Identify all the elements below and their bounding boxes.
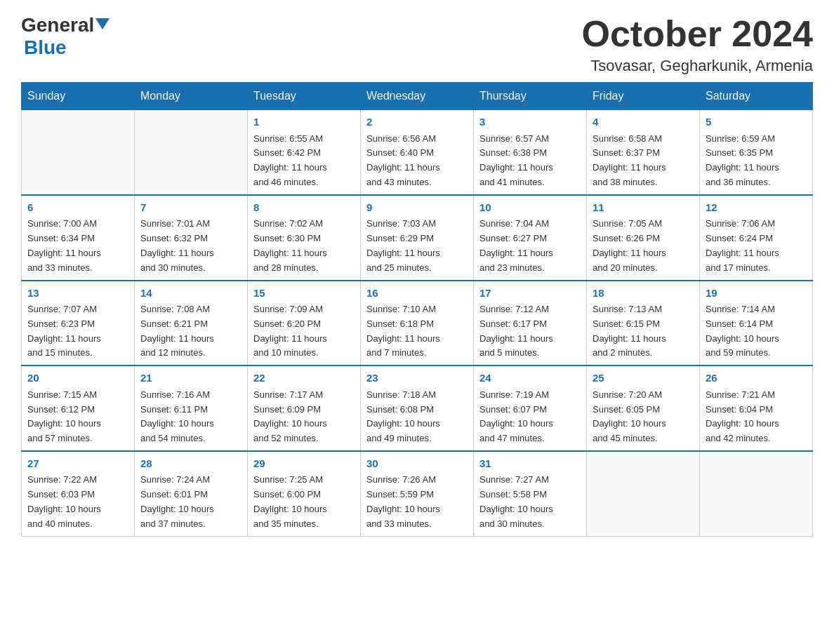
day-number: 11 — [593, 200, 694, 216]
day-info: Sunrise: 7:20 AMSunset: 6:05 PMDaylight:… — [593, 388, 694, 446]
calendar-cell: 30Sunrise: 7:26 AMSunset: 5:59 PMDayligh… — [361, 451, 474, 536]
day-number: 28 — [140, 456, 241, 472]
day-info: Sunrise: 6:55 AMSunset: 6:42 PMDaylight:… — [253, 132, 355, 190]
day-info: Sunrise: 7:17 AMSunset: 6:09 PMDaylight:… — [253, 388, 355, 446]
day-number: 10 — [479, 200, 581, 216]
day-number: 19 — [706, 286, 807, 302]
day-info: Sunrise: 7:08 AMSunset: 6:21 PMDaylight:… — [140, 302, 241, 361]
weekday-header-row: SundayMondayTuesdayWednesdayThursdayFrid… — [22, 83, 813, 110]
day-number: 24 — [479, 370, 581, 387]
week-row-4: 20Sunrise: 7:15 AMSunset: 6:12 PMDayligh… — [22, 365, 813, 451]
day-info: Sunrise: 7:04 AMSunset: 6:27 PMDaylight:… — [479, 217, 581, 275]
calendar-cell: 2Sunrise: 6:56 AMSunset: 6:40 PMDaylight… — [361, 110, 474, 195]
location-title: Tsovasar, Gegharkunik, Armenia — [582, 57, 814, 75]
calendar-cell: 10Sunrise: 7:04 AMSunset: 6:27 PMDayligh… — [474, 195, 587, 281]
calendar-cell: 28Sunrise: 7:24 AMSunset: 6:01 PMDayligh… — [135, 451, 248, 536]
day-info: Sunrise: 7:06 AMSunset: 6:24 PMDaylight:… — [706, 217, 807, 275]
calendar-cell: 20Sunrise: 7:15 AMSunset: 6:12 PMDayligh… — [22, 365, 135, 451]
day-number: 29 — [253, 456, 355, 472]
week-row-3: 13Sunrise: 7:07 AMSunset: 6:23 PMDayligh… — [22, 281, 813, 366]
day-info: Sunrise: 6:58 AMSunset: 6:37 PMDaylight:… — [593, 132, 694, 190]
day-number: 22 — [253, 370, 355, 387]
weekday-header-sunday: Sunday — [22, 83, 135, 110]
calendar-cell: 17Sunrise: 7:12 AMSunset: 6:17 PMDayligh… — [474, 281, 587, 366]
day-info: Sunrise: 7:05 AMSunset: 6:26 PMDaylight:… — [593, 217, 694, 275]
calendar-cell: 12Sunrise: 7:06 AMSunset: 6:24 PMDayligh… — [700, 195, 813, 281]
calendar-cell: 4Sunrise: 6:58 AMSunset: 6:37 PMDaylight… — [587, 110, 700, 195]
weekday-header-saturday: Saturday — [700, 83, 813, 110]
day-number: 26 — [706, 370, 807, 387]
day-number: 6 — [27, 200, 128, 216]
calendar-cell: 6Sunrise: 7:00 AMSunset: 6:34 PMDaylight… — [22, 195, 135, 281]
calendar-cell: 24Sunrise: 7:19 AMSunset: 6:07 PMDayligh… — [474, 365, 587, 451]
calendar-cell: 31Sunrise: 7:27 AMSunset: 5:58 PMDayligh… — [474, 451, 587, 536]
weekday-header-monday: Monday — [135, 83, 248, 110]
day-info: Sunrise: 7:16 AMSunset: 6:11 PMDaylight:… — [140, 388, 241, 446]
day-number: 7 — [140, 200, 241, 216]
day-info: Sunrise: 7:27 AMSunset: 5:58 PMDaylight:… — [479, 473, 581, 531]
day-number: 12 — [706, 200, 807, 216]
calendar-cell: 1Sunrise: 6:55 AMSunset: 6:42 PMDaylight… — [248, 110, 361, 195]
calendar-table: SundayMondayTuesdayWednesdayThursdayFrid… — [21, 82, 813, 536]
calendar-cell — [700, 451, 813, 536]
day-info: Sunrise: 7:01 AMSunset: 6:32 PMDaylight:… — [140, 217, 241, 275]
weekday-header-tuesday: Tuesday — [248, 83, 361, 110]
weekday-header-thursday: Thursday — [474, 83, 587, 110]
title-area: October 2024 Tsovasar, Gegharkunik, Arme… — [582, 14, 814, 75]
day-info: Sunrise: 7:07 AMSunset: 6:23 PMDaylight:… — [27, 302, 128, 361]
day-info: Sunrise: 7:25 AMSunset: 6:00 PMDaylight:… — [253, 473, 355, 531]
calendar-cell: 3Sunrise: 6:57 AMSunset: 6:38 PMDaylight… — [474, 110, 587, 195]
calendar-cell: 18Sunrise: 7:13 AMSunset: 6:15 PMDayligh… — [587, 281, 700, 366]
calendar-cell: 5Sunrise: 6:59 AMSunset: 6:35 PMDaylight… — [700, 110, 813, 195]
day-info: Sunrise: 6:59 AMSunset: 6:35 PMDaylight:… — [706, 132, 807, 190]
calendar-cell: 25Sunrise: 7:20 AMSunset: 6:05 PMDayligh… — [587, 365, 700, 451]
day-number: 13 — [27, 286, 128, 302]
calendar-cell: 16Sunrise: 7:10 AMSunset: 6:18 PMDayligh… — [361, 281, 474, 366]
calendar-cell — [22, 110, 135, 195]
calendar-cell: 11Sunrise: 7:05 AMSunset: 6:26 PMDayligh… — [587, 195, 700, 281]
calendar-cell: 22Sunrise: 7:17 AMSunset: 6:09 PMDayligh… — [248, 365, 361, 451]
day-info: Sunrise: 7:12 AMSunset: 6:17 PMDaylight:… — [479, 302, 581, 361]
logo: General Blue — [21, 14, 110, 59]
week-row-5: 27Sunrise: 7:22 AMSunset: 6:03 PMDayligh… — [22, 451, 813, 536]
day-number: 2 — [366, 114, 468, 130]
day-number: 9 — [366, 200, 468, 216]
day-number: 23 — [366, 370, 468, 387]
day-number: 1 — [253, 114, 355, 130]
day-number: 27 — [27, 456, 128, 472]
day-number: 8 — [253, 200, 355, 216]
day-number: 4 — [593, 114, 694, 130]
day-number: 20 — [27, 370, 128, 387]
weekday-header-friday: Friday — [587, 83, 700, 110]
day-info: Sunrise: 7:15 AMSunset: 6:12 PMDaylight:… — [27, 388, 128, 446]
day-number: 17 — [479, 286, 581, 302]
week-row-1: 1Sunrise: 6:55 AMSunset: 6:42 PMDaylight… — [22, 110, 813, 195]
day-info: Sunrise: 7:02 AMSunset: 6:30 PMDaylight:… — [253, 217, 355, 275]
week-row-2: 6Sunrise: 7:00 AMSunset: 6:34 PMDaylight… — [22, 195, 813, 281]
day-info: Sunrise: 7:03 AMSunset: 6:29 PMDaylight:… — [366, 217, 468, 275]
day-info: Sunrise: 7:18 AMSunset: 6:08 PMDaylight:… — [366, 388, 468, 446]
calendar-cell: 29Sunrise: 7:25 AMSunset: 6:00 PMDayligh… — [248, 451, 361, 536]
calendar-cell: 19Sunrise: 7:14 AMSunset: 6:14 PMDayligh… — [700, 281, 813, 366]
month-title: October 2024 — [582, 14, 814, 54]
calendar-cell: 7Sunrise: 7:01 AMSunset: 6:32 PMDaylight… — [135, 195, 248, 281]
header: General Blue October 2024 Tsovasar, Gegh… — [21, 14, 813, 75]
weekday-header-wednesday: Wednesday — [361, 83, 474, 110]
calendar-cell: 26Sunrise: 7:21 AMSunset: 6:04 PMDayligh… — [700, 365, 813, 451]
calendar-cell: 27Sunrise: 7:22 AMSunset: 6:03 PMDayligh… — [22, 451, 135, 536]
logo-triangle-icon — [95, 18, 110, 29]
day-info: Sunrise: 6:57 AMSunset: 6:38 PMDaylight:… — [479, 132, 581, 190]
day-info: Sunrise: 7:09 AMSunset: 6:20 PMDaylight:… — [253, 302, 355, 361]
day-number: 14 — [140, 286, 241, 302]
day-info: Sunrise: 7:13 AMSunset: 6:15 PMDaylight:… — [593, 302, 694, 361]
day-info: Sunrise: 7:24 AMSunset: 6:01 PMDaylight:… — [140, 473, 241, 531]
day-info: Sunrise: 7:22 AMSunset: 6:03 PMDaylight:… — [27, 473, 128, 531]
calendar-cell: 21Sunrise: 7:16 AMSunset: 6:11 PMDayligh… — [135, 365, 248, 451]
day-info: Sunrise: 7:10 AMSunset: 6:18 PMDaylight:… — [366, 302, 468, 361]
day-number: 16 — [366, 286, 468, 302]
day-info: Sunrise: 6:56 AMSunset: 6:40 PMDaylight:… — [366, 132, 468, 190]
day-info: Sunrise: 7:00 AMSunset: 6:34 PMDaylight:… — [27, 217, 128, 275]
day-info: Sunrise: 7:26 AMSunset: 5:59 PMDaylight:… — [366, 473, 468, 531]
day-info: Sunrise: 7:21 AMSunset: 6:04 PMDaylight:… — [706, 388, 807, 446]
day-number: 30 — [366, 456, 468, 472]
